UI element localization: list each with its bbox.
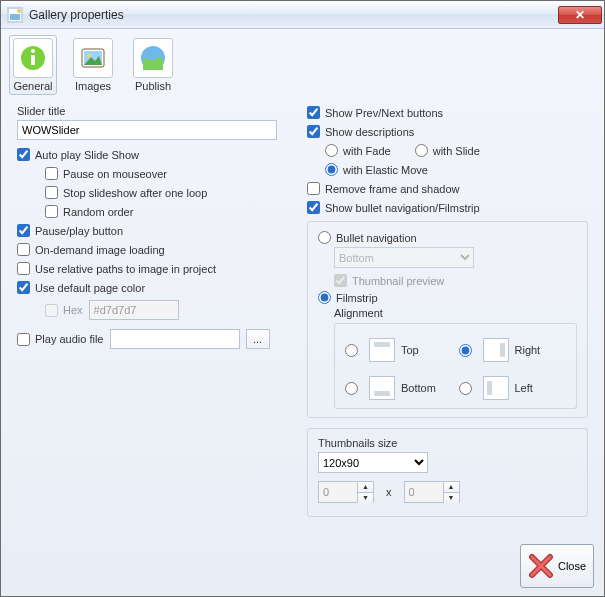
svg-point-3 (17, 9, 21, 13)
window-title: Gallery properties (29, 8, 558, 22)
thumbnails-size-label: Thumbnails size (318, 437, 577, 449)
alignment-box: Top Right Bottom Left (334, 323, 577, 409)
desc-slide-radio[interactable]: with Slide (415, 144, 480, 157)
random-order-checkbox[interactable]: Random order (45, 205, 133, 218)
tab-images[interactable]: Images (69, 35, 117, 95)
on-demand-checkbox[interactable]: On-demand image loading (17, 243, 165, 256)
audio-file-input[interactable] (110, 329, 240, 349)
thumbnails-size-select[interactable]: 120x90 (318, 452, 428, 473)
thumb-width-spinner: ▲▼ (358, 481, 374, 503)
align-left-icon (483, 376, 509, 400)
content-area: Slider title Auto play Slide Show Pause … (1, 97, 604, 540)
bullet-nav-radio[interactable]: Bullet navigation (318, 231, 417, 244)
show-prevnext-checkbox[interactable]: Show Prev/Next buttons (307, 106, 443, 119)
right-column: Show Prev/Next buttons Show descriptions… (297, 103, 588, 536)
globe-icon (133, 38, 173, 78)
align-bottom-icon (369, 376, 395, 400)
hex-checkbox[interactable]: Hex (45, 304, 83, 317)
stop-one-loop-checkbox[interactable]: Stop slideshow after one loop (45, 186, 207, 199)
toolbar: General Images Publish (1, 29, 604, 97)
alignment-label: Alignment (334, 307, 577, 319)
slider-title-input[interactable] (17, 120, 277, 140)
close-icon: ✕ (575, 9, 585, 21)
browse-audio-button[interactable]: ... (246, 329, 270, 349)
align-bottom-radio[interactable] (345, 382, 363, 395)
use-relative-checkbox[interactable]: Use relative paths to image in project (17, 262, 216, 275)
thumbnails-group: Thumbnails size 120x90 ▲▼ x ▲▼ (307, 428, 588, 517)
dim-separator: x (386, 486, 392, 498)
thumb-height-input (404, 481, 444, 503)
align-top-icon (369, 338, 395, 362)
remove-frame-checkbox[interactable]: Remove frame and shadow (307, 182, 460, 195)
auto-play-checkbox[interactable]: Auto play Slide Show (17, 148, 139, 161)
align-right-radio[interactable] (459, 344, 477, 357)
pause-mouseover-checkbox[interactable]: Pause on mouseover (45, 167, 167, 180)
svg-point-6 (31, 49, 35, 53)
default-color-checkbox[interactable]: Use default page color (17, 281, 145, 294)
show-desc-checkbox[interactable]: Show descriptions (307, 125, 414, 138)
thumb-height-spinner: ▲▼ (444, 481, 460, 503)
svg-rect-2 (10, 14, 20, 20)
align-right-icon (483, 338, 509, 362)
footer: Close (1, 540, 604, 596)
thumbnail-preview-checkbox: Thumbnail preview (334, 274, 444, 287)
align-left-radio[interactable] (459, 382, 477, 395)
bullet-position-select: Bottom (334, 247, 474, 268)
svg-point-9 (87, 54, 91, 58)
pause-play-checkbox[interactable]: Pause/play button (17, 224, 123, 237)
images-icon (73, 38, 113, 78)
slider-title-label: Slider title (17, 105, 297, 117)
svg-rect-5 (31, 55, 35, 65)
desc-fade-radio[interactable]: with Fade (325, 144, 391, 157)
tab-general[interactable]: General (9, 35, 57, 95)
close-button[interactable]: Close (520, 544, 594, 588)
thumb-width-input (318, 481, 358, 503)
window-close-button[interactable]: ✕ (558, 6, 602, 24)
info-icon (13, 38, 53, 78)
nav-group: Bullet navigation Bottom Thumbnail previ… (307, 221, 588, 418)
close-x-icon (528, 553, 554, 579)
titlebar: Gallery properties ✕ (1, 1, 604, 29)
filmstrip-radio[interactable]: Filmstrip (318, 291, 378, 304)
hex-input (89, 300, 179, 320)
desc-elastic-radio[interactable]: with Elastic Move (325, 163, 428, 176)
dialog-gallery-properties: Gallery properties ✕ General Images Publ… (0, 0, 605, 597)
app-icon (7, 7, 23, 23)
tab-publish[interactable]: Publish (129, 35, 177, 95)
play-audio-checkbox[interactable]: Play audio file (17, 333, 104, 346)
align-top-radio[interactable] (345, 344, 363, 357)
left-column: Slider title Auto play Slide Show Pause … (17, 103, 297, 536)
show-bullet-checkbox[interactable]: Show bullet navigation/Filmstrip (307, 201, 480, 214)
